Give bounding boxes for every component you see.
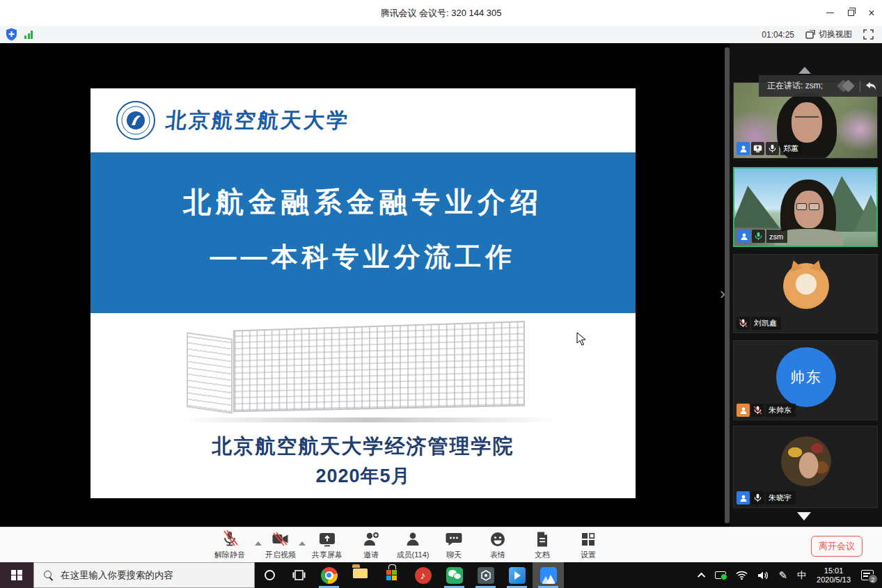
taskbar-app-microsoft-store[interactable] <box>376 562 407 588</box>
clock-date: 2020/5/13 <box>817 575 851 585</box>
university-name: 北京航空航天大学 <box>164 106 351 135</box>
slide-title-line1: 北航金融系金融专业介绍 <box>90 183 636 221</box>
tray-pen-input[interactable]: ✎ <box>773 562 792 588</box>
taskbar-app-capture-tool[interactable] <box>470 562 501 588</box>
restore-button[interactable] <box>840 0 861 26</box>
tray-expand-button[interactable] <box>695 562 710 588</box>
chat-bubble-icon <box>446 532 462 547</box>
minimize-icon <box>826 13 834 14</box>
invite-person-icon <box>362 531 380 548</box>
taskbar-clock[interactable]: 15:01 2020/5/13 <box>811 566 856 585</box>
slide-title-banner: 北航金融系金融专业介绍 ——本科专业分流工作 <box>90 152 636 313</box>
shared-screen-slide: 北京航空航天大学 北航金融系金融专业介绍 ——本科专业分流工作 北京航空航天大学… <box>90 88 636 498</box>
cortana-button[interactable] <box>255 562 284 588</box>
participant-tile-3[interactable]: 刘凯鑫 <box>733 254 878 333</box>
start-button[interactable] <box>0 562 33 588</box>
member-badge-orange-icon <box>737 404 750 417</box>
emoji-smiley-icon <box>489 531 506 548</box>
mic-muted-icon <box>221 530 238 548</box>
participant-name: 刘凯鑫 <box>751 317 781 330</box>
meeting-logo-icon <box>839 81 853 90</box>
tray-volume[interactable] <box>753 562 773 588</box>
meeting-toolbar: 解除静音 开启视频 共享屏幕 <box>0 527 882 562</box>
search-icon <box>44 571 54 580</box>
unmute-button[interactable]: 解除静音 <box>204 530 255 560</box>
windows-taskbar: ♪ <box>0 562 882 588</box>
settings-button[interactable]: 设置 <box>562 530 614 560</box>
task-view-icon <box>292 570 306 580</box>
taskbar-app-video-player[interactable] <box>501 562 533 588</box>
participant-3-avatar <box>783 263 829 309</box>
restore-icon <box>848 10 854 16</box>
close-icon: × <box>868 8 874 19</box>
action-center-button[interactable]: 2 <box>856 562 882 588</box>
scroll-up-arrow-icon[interactable] <box>798 67 811 74</box>
member-badge-icon <box>737 230 750 243</box>
chrome-icon <box>321 567 338 584</box>
participants-scrollbar[interactable] <box>725 47 730 523</box>
close-button[interactable]: × <box>861 0 882 26</box>
taskbar-search[interactable] <box>33 562 255 588</box>
participant-4-avatar: 帅东 <box>776 347 836 407</box>
minimize-button[interactable] <box>819 0 840 26</box>
volume-icon <box>757 571 769 580</box>
tray-wifi[interactable] <box>731 562 753 588</box>
notification-badge: 2 <box>868 574 878 584</box>
slide-body: 北京航空航天大学经济管理学院 2020年5月 <box>90 313 636 498</box>
wechat-icon <box>446 567 463 584</box>
security-status-icon <box>715 571 726 579</box>
leave-meeting-button[interactable]: 离开会议 <box>811 536 863 557</box>
network-signal-icon[interactable] <box>24 31 33 39</box>
mic-muted-icon <box>737 317 750 330</box>
reply-arrow-icon[interactable] <box>865 81 876 90</box>
taskbar-app-wechat[interactable] <box>439 562 470 588</box>
tencent-meeting-icon <box>540 567 557 584</box>
slide-title-line2: ——本科专业分流工作 <box>90 239 636 275</box>
taskbar-app-chrome[interactable] <box>313 562 345 588</box>
mouse-cursor <box>576 332 587 347</box>
participant-5-avatar <box>781 436 831 486</box>
switch-view-button[interactable]: 切换视图 <box>805 29 852 40</box>
mic-muted-icon <box>751 404 764 417</box>
documents-button[interactable]: 文档 <box>517 530 568 560</box>
member-badge-icon <box>737 491 750 504</box>
members-icon <box>404 531 421 548</box>
task-view-button[interactable] <box>284 562 313 588</box>
ime-indicator[interactable]: 中 <box>792 562 811 588</box>
university-logo <box>116 100 156 141</box>
participant-name: zsm <box>766 230 787 243</box>
participant-name: 朱帅东 <box>766 404 796 417</box>
mic-on-icon <box>751 491 764 504</box>
screen-share-badge-icon <box>751 142 764 155</box>
emoji-button[interactable]: 表情 <box>472 530 523 560</box>
tencent-meeting-window: 腾讯会议 会议号: 320 144 305 × 01:04:25 <box>0 0 882 588</box>
title-bar: 腾讯会议 会议号: 320 144 305 × <box>0 0 882 26</box>
fullscreen-icon[interactable] <box>863 29 874 40</box>
meeting-status-bar: 01:04:25 切换视图 <box>0 26 882 43</box>
slide-header: 北京航空航天大学 <box>90 88 636 152</box>
window-controls: × <box>819 0 882 26</box>
tray-security-status[interactable] <box>710 562 731 588</box>
scroll-down-arrow-icon[interactable] <box>797 512 811 521</box>
participant-tile-2-active-speaker[interactable]: zsm <box>733 167 878 247</box>
cortana-icon <box>265 570 275 580</box>
taskbar-app-netease-music[interactable]: ♪ <box>407 562 439 588</box>
netease-music-icon: ♪ <box>415 567 432 584</box>
taskbar-app-tencent-meeting[interactable] <box>533 562 564 588</box>
slide-footer-line2: 2020年5月 <box>90 463 636 488</box>
taskbar-app-file-explorer[interactable] <box>345 562 376 588</box>
participant-name: 郑蕙 <box>780 142 803 155</box>
wifi-icon <box>736 571 748 580</box>
meeting-timer: 01:04:25 <box>762 30 794 40</box>
search-input[interactable] <box>61 570 235 580</box>
settings-grid-icon <box>581 532 596 547</box>
switch-view-label: 切换视图 <box>819 29 852 40</box>
participant-tile-5[interactable]: 朱晓宇 <box>733 426 878 508</box>
member-badge-icon <box>737 142 750 155</box>
window-title: 腾讯会议 会议号: 320 144 305 <box>380 7 501 19</box>
participant-tile-4[interactable]: 帅东 朱帅东 <box>733 340 878 420</box>
security-shield-icon[interactable] <box>6 28 17 41</box>
mic-on-icon <box>766 142 779 155</box>
speaking-indicator-banner: 正在讲话: zsm; <box>759 75 882 97</box>
mic-speaking-icon <box>752 230 765 243</box>
